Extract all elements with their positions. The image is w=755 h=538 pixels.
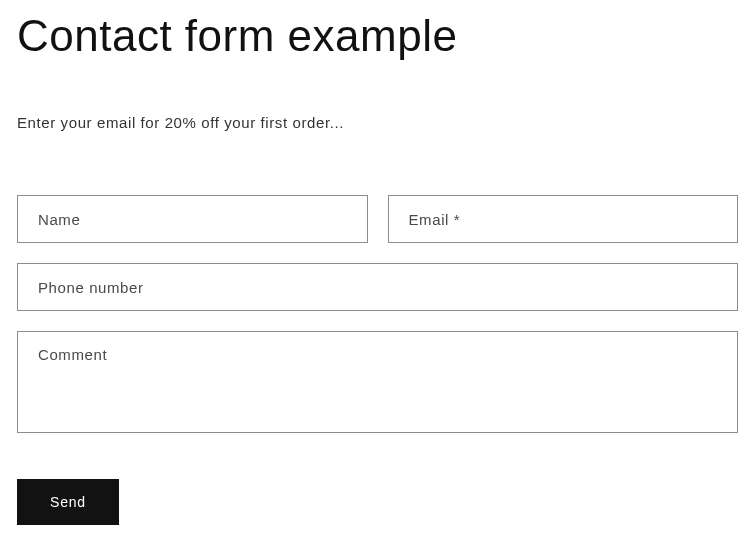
contact-form-container: Contact form example Enter your email fo… [0,12,755,525]
comment-field-wrapper [17,331,738,437]
contact-form: Send [17,195,738,525]
phone-input[interactable] [17,263,738,311]
email-field-wrapper [388,195,739,243]
name-input[interactable] [17,195,368,243]
email-input[interactable] [388,195,739,243]
page-title: Contact form example [17,12,738,60]
page-subtext: Enter your email for 20% off your first … [17,114,738,131]
name-field-wrapper [17,195,368,243]
send-button[interactable]: Send [17,479,119,525]
phone-field-wrapper [17,263,738,311]
form-row-name-email [17,195,738,243]
comment-textarea[interactable] [17,331,738,433]
